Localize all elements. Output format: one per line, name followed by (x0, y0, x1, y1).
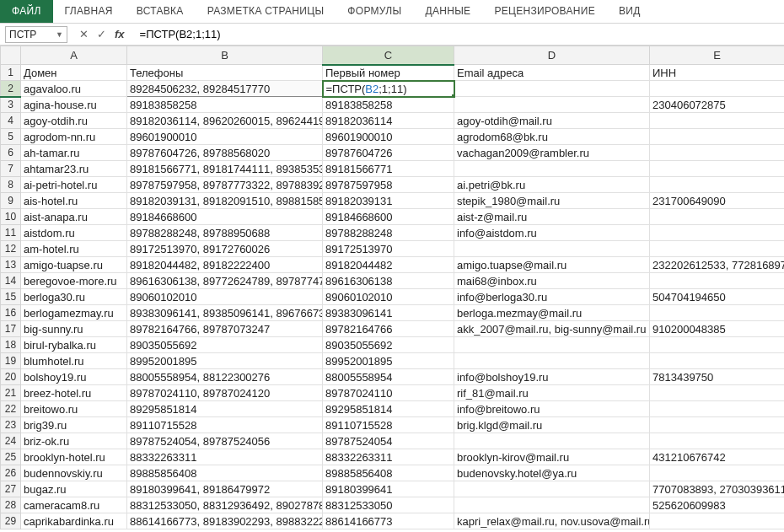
cell[interactable]: berloga.mezmay@mail.ru (454, 305, 650, 321)
cell[interactable]: akk_2007@mail.ru, big-sunny@mail.ru (454, 321, 650, 337)
cell[interactable]: bugaz.ru (21, 481, 127, 497)
cell[interactable]: 89035055692 (323, 337, 454, 353)
row-head[interactable]: 10 (1, 209, 21, 225)
row-head[interactable]: 15 (1, 289, 21, 305)
row-head[interactable]: 21 (1, 385, 21, 401)
row-head[interactable]: 29 (1, 513, 21, 529)
cell[interactable]: aist-anapa.ru (21, 209, 127, 225)
cancel-icon[interactable]: ✕ (79, 28, 89, 40)
formula-input[interactable] (137, 26, 779, 42)
cell[interactable]: Телефоны (127, 65, 323, 81)
ribbon-tab-вид[interactable]: ВИД (607, 0, 652, 23)
cell[interactable]: 232202612533, 77281689711 (650, 257, 785, 273)
cell[interactable]: 89110715528 (323, 417, 454, 433)
cell[interactable]: kapri_relax@mail.ru, nov.usova@mail.ru (454, 513, 650, 529)
cell[interactable]: 88614166773, 89183902293, 89883222747, (127, 513, 323, 529)
row-head[interactable]: 25 (1, 449, 21, 465)
cell[interactable]: ahtamar23.ru (21, 161, 127, 177)
row-head[interactable]: 24 (1, 433, 21, 449)
cell[interactable] (650, 81, 785, 97)
cell[interactable] (650, 161, 785, 177)
cell[interactable]: 89295851814 (323, 401, 454, 417)
cell[interactable]: 88005558954, 88122300276 (127, 369, 323, 385)
cell[interactable]: =ПСТР(B2;1;11) (323, 81, 454, 97)
cell[interactable]: Домен (21, 65, 127, 81)
cell[interactable]: breitowo.ru (21, 401, 127, 417)
ribbon-tab-разметка страницы[interactable]: РАЗМЕТКА СТРАНИЦЫ (196, 0, 336, 23)
cell[interactable]: agoy-otdih.ru (21, 113, 127, 129)
cell[interactable] (650, 145, 785, 161)
cell[interactable]: ah-tamar.ru (21, 145, 127, 161)
row-head[interactable]: 6 (1, 145, 21, 161)
cell[interactable]: brig.klgd@mail.ru (454, 417, 650, 433)
cell[interactable]: 89616306138, 89772624789, 89787747622 (127, 273, 323, 289)
row-head[interactable]: 4 (1, 113, 21, 129)
cell[interactable] (454, 481, 650, 497)
cell[interactable]: info@aistdom.ru (454, 225, 650, 241)
cell[interactable]: 431210676742 (650, 449, 785, 465)
cell[interactable]: 88332263311 (323, 449, 454, 465)
row-head[interactable]: 18 (1, 337, 21, 353)
cell[interactable]: ИНН (650, 65, 785, 81)
cell[interactable] (454, 81, 650, 97)
cell[interactable]: 89182039131 (323, 193, 454, 209)
cell[interactable]: info@breitowo.ru (454, 401, 650, 417)
cell[interactable]: 89787604726, 89788568020 (127, 145, 323, 161)
row-head[interactable]: 26 (1, 465, 21, 481)
cell[interactable]: agavaloo.ru (21, 81, 127, 97)
cell[interactable]: 89787597958, 89787773322, 89788392417 (127, 177, 323, 193)
cell[interactable] (650, 401, 785, 417)
cell[interactable]: 89182036114 (323, 113, 454, 129)
col-head-C[interactable]: C (323, 46, 454, 65)
cell[interactable]: 89601900010 (127, 129, 323, 145)
cell[interactable]: 89182044482, 89182222400 (127, 257, 323, 273)
cell[interactable] (650, 465, 785, 481)
cell[interactable] (650, 273, 785, 289)
cell[interactable]: 89184668600 (127, 209, 323, 225)
cell[interactable]: 910200048385 (650, 321, 785, 337)
cell[interactable] (650, 113, 785, 129)
row-head[interactable]: 13 (1, 257, 21, 273)
cell[interactable]: 7813439750 (650, 369, 785, 385)
cell[interactable] (454, 337, 650, 353)
row-head[interactable]: 2 (1, 81, 21, 97)
cell[interactable]: 89295851814 (127, 401, 323, 417)
cell[interactable]: beregovoe-more.ru (21, 273, 127, 289)
cell[interactable]: 89284506232, 89284517770 (127, 81, 323, 97)
row-head[interactable]: 7 (1, 161, 21, 177)
cell[interactable]: agina-house.ru (21, 97, 127, 113)
cell[interactable]: 89183858258 (127, 97, 323, 113)
cell[interactable] (454, 161, 650, 177)
row-head[interactable]: 23 (1, 417, 21, 433)
cell[interactable]: aist-z@mail.ru (454, 209, 650, 225)
cell[interactable] (454, 97, 650, 113)
cell[interactable] (650, 337, 785, 353)
cell[interactable]: 89180399641 (323, 481, 454, 497)
name-box[interactable]: ПСТР ▼ (5, 26, 67, 43)
cell[interactable]: agoy-otdih@mail.ru (454, 113, 650, 129)
cell[interactable]: big-sunny.ru (21, 321, 127, 337)
cell[interactable]: 89782164766, 89787073247 (127, 321, 323, 337)
cell[interactable]: 89184668600 (323, 209, 454, 225)
select-all-corner[interactable] (1, 46, 21, 65)
cell[interactable]: 89035055692 (127, 337, 323, 353)
cell[interactable]: 89383096141, 89385096141, 89676673579 (127, 305, 323, 321)
row-head[interactable]: 12 (1, 241, 21, 257)
row-head[interactable]: 19 (1, 353, 21, 369)
fx-icon[interactable]: fx (115, 28, 125, 40)
cell[interactable]: 89180399641, 89186479972 (127, 481, 323, 497)
cell[interactable]: 89182036114, 89620260015, 89624419609 (127, 113, 323, 129)
cell[interactable] (650, 385, 785, 401)
col-head-D[interactable]: D (454, 46, 650, 65)
ribbon-tab-вставка[interactable]: ВСТАВКА (125, 0, 196, 23)
cell[interactable] (650, 177, 785, 193)
cell[interactable]: 89616306138 (323, 273, 454, 289)
enter-icon[interactable]: ✓ (97, 28, 106, 40)
cell[interactable]: 89782164766 (323, 321, 454, 337)
cell[interactable]: briz-ok.ru (21, 433, 127, 449)
cell[interactable]: 89601900010 (323, 129, 454, 145)
cell[interactable]: 89885856408 (323, 465, 454, 481)
cell[interactable]: 89885856408 (127, 465, 323, 481)
cell[interactable]: agrodom68@bk.ru (454, 129, 650, 145)
row-head[interactable]: 3 (1, 97, 21, 113)
